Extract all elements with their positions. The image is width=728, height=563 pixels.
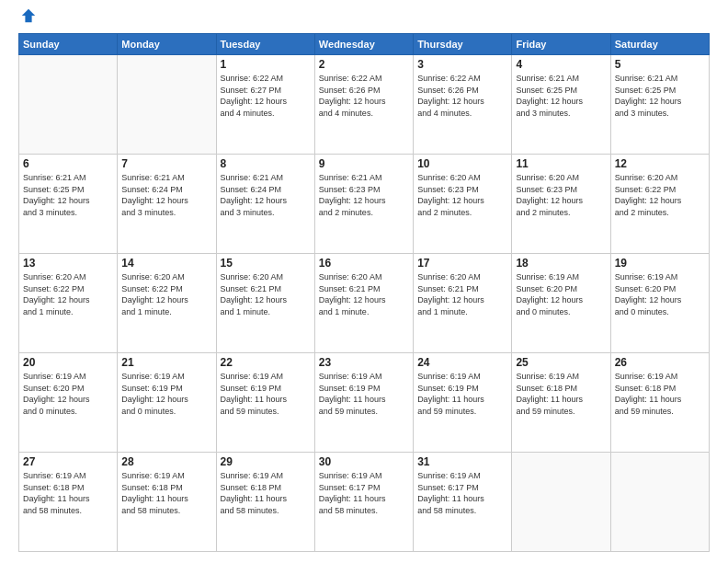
- cell-info: Sunrise: 6:21 AM Sunset: 6:25 PM Dayligh…: [23, 172, 113, 218]
- calendar-week-row: 1Sunrise: 6:22 AM Sunset: 6:27 PM Daylig…: [19, 55, 710, 155]
- calendar-week-row: 13Sunrise: 6:20 AM Sunset: 6:22 PM Dayli…: [19, 254, 710, 353]
- day-number: 10: [417, 157, 507, 170]
- day-number: 4: [516, 58, 606, 71]
- day-number: 30: [319, 455, 409, 468]
- cell-info: Sunrise: 6:19 AM Sunset: 6:18 PM Dayligh…: [221, 470, 311, 516]
- cell-info: Sunrise: 6:19 AM Sunset: 6:19 PM Dayligh…: [319, 371, 409, 417]
- day-number: 18: [516, 257, 606, 270]
- weekday-header: Monday: [118, 34, 216, 55]
- calendar-cell: 22Sunrise: 6:19 AM Sunset: 6:19 PM Dayli…: [216, 353, 314, 453]
- day-number: 2: [319, 58, 409, 71]
- calendar-week-row: 6Sunrise: 6:21 AM Sunset: 6:25 PM Daylig…: [19, 155, 710, 254]
- cell-info: Sunrise: 6:19 AM Sunset: 6:19 PM Dayligh…: [221, 371, 311, 417]
- cell-info: Sunrise: 6:20 AM Sunset: 6:21 PM Dayligh…: [319, 271, 409, 317]
- cell-info: Sunrise: 6:20 AM Sunset: 6:21 PM Dayligh…: [417, 271, 507, 317]
- day-number: 12: [615, 157, 705, 170]
- calendar-cell: 14Sunrise: 6:20 AM Sunset: 6:22 PM Dayli…: [118, 254, 216, 353]
- cell-info: Sunrise: 6:21 AM Sunset: 6:23 PM Dayligh…: [319, 172, 409, 218]
- weekday-header: Sunday: [19, 34, 118, 55]
- calendar-cell: 31Sunrise: 6:19 AM Sunset: 6:17 PM Dayli…: [414, 453, 512, 552]
- cell-info: Sunrise: 6:19 AM Sunset: 6:18 PM Dayligh…: [516, 371, 606, 417]
- svg-marker-0: [22, 9, 35, 22]
- day-number: 7: [121, 157, 211, 170]
- cell-info: Sunrise: 6:20 AM Sunset: 6:23 PM Dayligh…: [516, 172, 606, 218]
- cell-info: Sunrise: 6:20 AM Sunset: 6:23 PM Dayligh…: [417, 172, 507, 218]
- cell-info: Sunrise: 6:20 AM Sunset: 6:22 PM Dayligh…: [121, 271, 211, 317]
- weekday-header: Tuesday: [216, 34, 314, 55]
- cell-info: Sunrise: 6:21 AM Sunset: 6:25 PM Dayligh…: [615, 73, 705, 119]
- calendar-table: SundayMondayTuesdayWednesdayThursdayFrid…: [18, 33, 710, 552]
- cell-info: Sunrise: 6:22 AM Sunset: 6:26 PM Dayligh…: [319, 73, 409, 119]
- day-number: 13: [23, 257, 113, 270]
- day-number: 23: [319, 356, 409, 369]
- calendar-cell: 29Sunrise: 6:19 AM Sunset: 6:18 PM Dayli…: [216, 453, 314, 552]
- calendar-cell: [19, 55, 118, 155]
- cell-info: Sunrise: 6:19 AM Sunset: 6:17 PM Dayligh…: [417, 470, 507, 516]
- day-number: 29: [221, 455, 311, 468]
- cell-info: Sunrise: 6:19 AM Sunset: 6:19 PM Dayligh…: [417, 371, 507, 417]
- calendar-cell: 5Sunrise: 6:21 AM Sunset: 6:25 PM Daylig…: [610, 55, 709, 155]
- calendar-cell: 26Sunrise: 6:19 AM Sunset: 6:18 PM Dayli…: [610, 353, 709, 453]
- calendar-cell: 16Sunrise: 6:20 AM Sunset: 6:21 PM Dayli…: [314, 254, 413, 353]
- day-number: 1: [221, 58, 311, 71]
- weekday-header: Friday: [512, 34, 610, 55]
- calendar-cell: 18Sunrise: 6:19 AM Sunset: 6:20 PM Dayli…: [512, 254, 610, 353]
- calendar-cell: 4Sunrise: 6:21 AM Sunset: 6:25 PM Daylig…: [512, 55, 610, 155]
- day-number: 6: [23, 157, 113, 170]
- day-number: 8: [221, 157, 311, 170]
- cell-info: Sunrise: 6:22 AM Sunset: 6:26 PM Dayligh…: [417, 73, 507, 119]
- cell-info: Sunrise: 6:19 AM Sunset: 6:20 PM Dayligh…: [23, 371, 113, 417]
- calendar-cell: [512, 453, 610, 552]
- calendar-cell: 7Sunrise: 6:21 AM Sunset: 6:24 PM Daylig…: [118, 155, 216, 254]
- cell-info: Sunrise: 6:20 AM Sunset: 6:22 PM Dayligh…: [615, 172, 705, 218]
- calendar-cell: 30Sunrise: 6:19 AM Sunset: 6:17 PM Dayli…: [314, 453, 413, 552]
- calendar-cell: 3Sunrise: 6:22 AM Sunset: 6:26 PM Daylig…: [414, 55, 512, 155]
- calendar-cell: 25Sunrise: 6:19 AM Sunset: 6:18 PM Dayli…: [512, 353, 610, 453]
- calendar-cell: 24Sunrise: 6:19 AM Sunset: 6:19 PM Dayli…: [414, 353, 512, 453]
- calendar-cell: 2Sunrise: 6:22 AM Sunset: 6:26 PM Daylig…: [314, 55, 413, 155]
- day-number: 19: [615, 257, 705, 270]
- day-number: 25: [516, 356, 606, 369]
- calendar-cell: 9Sunrise: 6:21 AM Sunset: 6:23 PM Daylig…: [314, 155, 413, 254]
- day-number: 26: [615, 356, 705, 369]
- weekday-header: Thursday: [414, 34, 512, 55]
- calendar-cell: 27Sunrise: 6:19 AM Sunset: 6:18 PM Dayli…: [19, 453, 118, 552]
- calendar-cell: [118, 55, 216, 155]
- day-number: 11: [516, 157, 606, 170]
- cell-info: Sunrise: 6:20 AM Sunset: 6:21 PM Dayligh…: [221, 271, 311, 317]
- calendar-cell: 6Sunrise: 6:21 AM Sunset: 6:25 PM Daylig…: [19, 155, 118, 254]
- calendar-cell: 10Sunrise: 6:20 AM Sunset: 6:23 PM Dayli…: [414, 155, 512, 254]
- cell-info: Sunrise: 6:22 AM Sunset: 6:27 PM Dayligh…: [221, 73, 311, 119]
- calendar-cell: 17Sunrise: 6:20 AM Sunset: 6:21 PM Dayli…: [414, 254, 512, 353]
- day-number: 22: [221, 356, 311, 369]
- day-number: 21: [121, 356, 211, 369]
- day-number: 14: [121, 257, 211, 270]
- day-number: 28: [121, 455, 211, 468]
- cell-info: Sunrise: 6:19 AM Sunset: 6:18 PM Dayligh…: [615, 371, 705, 417]
- day-number: 17: [417, 257, 507, 270]
- weekday-header: Saturday: [610, 34, 709, 55]
- calendar-cell: 19Sunrise: 6:19 AM Sunset: 6:20 PM Dayli…: [610, 254, 709, 353]
- cell-info: Sunrise: 6:19 AM Sunset: 6:20 PM Dayligh…: [516, 271, 606, 317]
- page: SundayMondayTuesdayWednesdayThursdayFrid…: [0, 0, 728, 563]
- logo-icon: [20, 7, 37, 24]
- calendar-cell: 21Sunrise: 6:19 AM Sunset: 6:19 PM Dayli…: [118, 353, 216, 453]
- calendar-cell: 23Sunrise: 6:19 AM Sunset: 6:19 PM Dayli…: [314, 353, 413, 453]
- day-number: 20: [23, 356, 113, 369]
- logo: [18, 18, 37, 24]
- cell-info: Sunrise: 6:19 AM Sunset: 6:17 PM Dayligh…: [319, 470, 409, 516]
- cell-info: Sunrise: 6:19 AM Sunset: 6:20 PM Dayligh…: [615, 271, 705, 317]
- cell-info: Sunrise: 6:21 AM Sunset: 6:25 PM Dayligh…: [516, 73, 606, 119]
- calendar-cell: 28Sunrise: 6:19 AM Sunset: 6:18 PM Dayli…: [118, 453, 216, 552]
- cell-info: Sunrise: 6:21 AM Sunset: 6:24 PM Dayligh…: [121, 172, 211, 218]
- calendar-cell: 8Sunrise: 6:21 AM Sunset: 6:24 PM Daylig…: [216, 155, 314, 254]
- calendar-cell: 20Sunrise: 6:19 AM Sunset: 6:20 PM Dayli…: [19, 353, 118, 453]
- day-number: 15: [221, 257, 311, 270]
- weekday-header: Wednesday: [314, 34, 413, 55]
- day-number: 5: [615, 58, 705, 71]
- cell-info: Sunrise: 6:21 AM Sunset: 6:24 PM Dayligh…: [221, 172, 311, 218]
- calendar-cell: 12Sunrise: 6:20 AM Sunset: 6:22 PM Dayli…: [610, 155, 709, 254]
- calendar-week-row: 20Sunrise: 6:19 AM Sunset: 6:20 PM Dayli…: [19, 353, 710, 453]
- calendar-cell: 15Sunrise: 6:20 AM Sunset: 6:21 PM Dayli…: [216, 254, 314, 353]
- day-number: 3: [417, 58, 507, 71]
